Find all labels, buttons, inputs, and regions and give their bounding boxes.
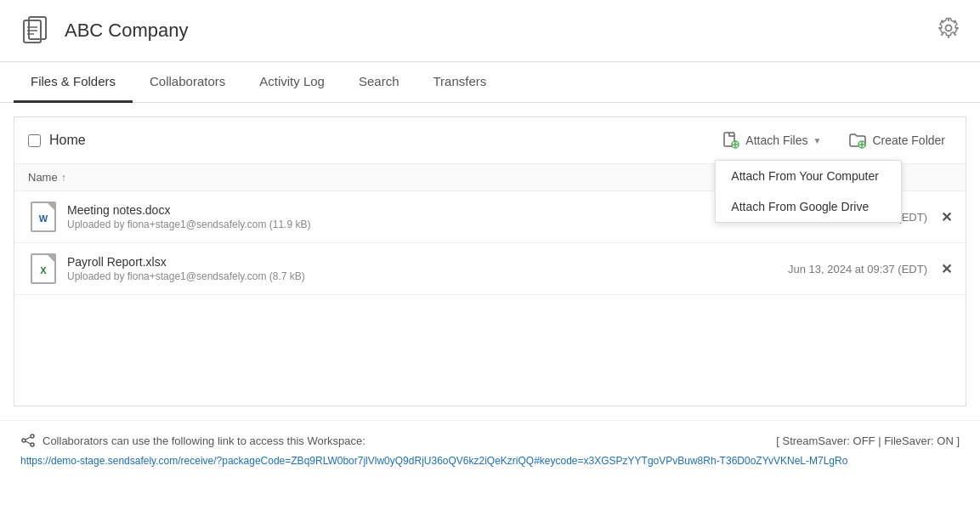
tab-search[interactable]: Search [342,62,416,103]
header: ABC Company [0,0,980,62]
svg-point-14 [22,439,25,442]
tab-activity-log[interactable]: Activity Log [242,62,342,103]
collab-text: Collaborators can use the following link… [42,434,365,447]
tab-files-folders[interactable]: Files & Folders [14,62,133,103]
logo-icon [20,14,54,48]
file-delete-2[interactable]: ✕ [941,261,952,277]
app-container: ABC Company Files & Folders Collaborator… [0,0,980,528]
file-name-1[interactable]: Meeting notes.docx [67,203,788,217]
file-info-2: Payroll Report.xlsx Uploaded by fiona+st… [67,255,788,282]
tabs-bar: Files & Folders Collaborators Activity L… [0,62,980,103]
main-content: Home Attach Files ▼ [14,116,966,406]
collab-info: Collaborators can use the following link… [20,433,365,448]
share-icon [20,433,36,448]
file-name-2[interactable]: Payroll Report.xlsx [67,255,788,269]
svg-point-15 [31,443,34,446]
file-meta-2: Uploaded by fiona+stage1@sendsafely.com … [67,270,788,282]
file-type-letter-excel: X [40,265,46,275]
toolbar-left: Home [28,133,86,148]
create-folder-label: Create Folder [872,133,945,147]
file-info-1: Meeting notes.docx Uploaded by fiona+sta… [67,203,788,230]
tab-transfers[interactable]: Transfers [416,62,503,103]
svg-line-16 [25,437,31,440]
col-name-label: Name [28,171,58,184]
file-row: X Payroll Report.xlsx Uploaded by fiona+… [14,243,966,295]
footer: Collaborators can use the following link… [0,420,980,479]
footer-top: Collaborators can use the following link… [20,433,960,448]
stream-saver-status: [ StreamSaver: OFF | FileSaver: ON ] [776,434,960,447]
header-left: ABC Company [20,14,189,48]
settings-button[interactable] [938,17,960,44]
attach-from-drive-item[interactable]: Attach From Google Drive [716,191,901,222]
attach-files-button[interactable]: Attach Files ▼ [715,128,828,153]
files-toolbar: Home Attach Files ▼ [14,117,966,164]
create-folder-icon [848,131,867,150]
sort-arrow: ↑ [61,172,66,184]
attach-files-icon [722,131,740,150]
file-icon-excel: X [28,252,59,286]
create-folder-button[interactable]: Create Folder [841,128,952,153]
svg-point-5 [946,26,952,31]
svg-point-13 [31,434,34,438]
file-meta-1: Uploaded by fiona+stage1@sendsafely.com … [67,219,788,230]
company-name: ABC Company [65,20,189,42]
file-icon-word: W [28,200,59,234]
home-label: Home [49,133,86,148]
attach-from-computer-item[interactable]: Attach From Your Computer [716,161,901,191]
stream-saver-label: [ StreamSaver: OFF | FileSaver: ON ] [776,434,960,447]
file-delete-1[interactable]: ✕ [941,209,952,225]
attach-dropdown-menu: Attach From Your Computer Attach From Go… [715,160,902,223]
home-checkbox[interactable] [28,134,41,147]
tab-collaborators[interactable]: Collaborators [133,62,242,103]
gear-icon [938,17,960,39]
attach-dropdown-arrow: ▼ [813,136,822,145]
file-date-2: Jun 13, 2024 at 09:37 (EDT) [788,263,927,275]
file-type-letter-word: W [39,213,48,224]
workspace-url-link[interactable]: https://demo-stage.sendsafely.com/receiv… [20,455,847,467]
empty-drop-area [14,295,966,406]
toolbar-right: Attach Files ▼ Attach From Your Computer… [715,128,952,153]
word-file-icon: W [31,202,56,232]
svg-line-17 [25,441,31,444]
excel-file-icon: X [31,253,56,284]
attach-files-label: Attach Files [745,133,807,147]
